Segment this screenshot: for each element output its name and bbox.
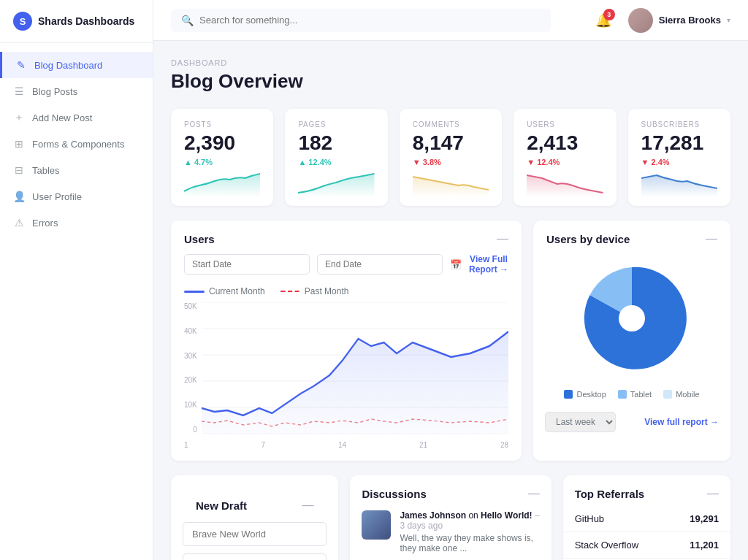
legend-dashed-line <box>280 291 300 293</box>
sidebar-item-tables[interactable]: ⊟ Tables <box>0 157 153 183</box>
notifications-button[interactable]: 🔔 3 <box>590 7 617 34</box>
referrals-menu[interactable]: — <box>707 487 719 500</box>
sidebar-logo: S Shards Dashboards <box>0 0 153 43</box>
legend-current-label: Current Month <box>209 286 265 296</box>
topbar: 🔍 🔔 3 Sierra Brooks ▾ <box>153 0 748 41</box>
sidebar-item-user-profile[interactable]: 👤 User Profile <box>0 183 153 210</box>
stat-card-pages: PAGES 182 ▲ 12.4% <box>285 109 387 206</box>
device-legend: Desktop Tablet Mobile <box>533 384 730 404</box>
sidebar-item-label: Blog Posts <box>32 86 77 97</box>
stat-value: 182 <box>298 131 374 155</box>
legend-current-month: Current Month <box>184 286 265 296</box>
stats-row: POSTS 2,390 ▲ 4.7% PAGES 182 ▲ 12.4% <box>171 109 730 206</box>
discussion-time-0: – <box>535 510 540 521</box>
y-label-50k: 50K <box>184 302 197 310</box>
start-date-input[interactable] <box>184 254 310 275</box>
discussions-title: Discussions <box>362 488 426 500</box>
time-period-select[interactable]: Last week <box>545 412 616 432</box>
svg-point-6 <box>619 305 645 331</box>
notification-badge: 3 <box>603 9 615 20</box>
referral-item-1: Stack Overflow 11,201 <box>563 532 730 559</box>
sidebar-item-blog-dashboard[interactable]: ✎ Blog Dashboard <box>0 52 153 78</box>
topbar-right: 🔔 3 Sierra Brooks ▾ <box>590 7 730 34</box>
chart-controls: 📅 View Full Report → <box>171 245 522 283</box>
sidebar-nav: ✎ Blog Dashboard ☰ Blog Posts ＋ Add New … <box>0 43 153 560</box>
view-full-report-link[interactable]: View full report → <box>644 417 719 427</box>
mobile-dot <box>663 390 672 399</box>
stat-label: PAGES <box>298 120 374 129</box>
list-icon: ☰ <box>13 85 25 97</box>
main-area: 🔍 🔔 3 Sierra Brooks ▾ DASHBOARD Blog Ove… <box>153 0 748 560</box>
referral-count-0: 19,291 <box>690 513 719 524</box>
discussion-post-0: Hello World! <box>481 510 532 521</box>
users-chart-menu[interactable]: — <box>497 232 508 245</box>
draft-title-input[interactable] <box>183 522 327 546</box>
device-footer: Last week View full report → <box>533 404 730 432</box>
device-chart-title: Users by device <box>546 233 630 245</box>
referral-count-1: 11,201 <box>690 540 719 551</box>
stat-label: USERS <box>527 120 603 129</box>
stat-value: 8,147 <box>413 131 489 155</box>
legend-past-month: Past Month <box>280 286 349 296</box>
view-report-button[interactable]: View Full Report → <box>469 254 508 275</box>
stat-card-posts: POSTS 2,390 ▲ 4.7% <box>171 109 273 206</box>
discussion-text-0: Well, the way they make shows is, they m… <box>400 533 539 553</box>
legend-past-label: Past Month <box>305 286 349 296</box>
y-label-0: 0 <box>184 426 197 434</box>
stat-value: 17,281 <box>641 131 717 155</box>
discussions-header: Discussions — <box>350 475 551 500</box>
stat-sparkline-subscribers <box>641 171 717 197</box>
stat-change: ▲ 12.4% <box>298 158 374 166</box>
desktop-dot <box>564 390 573 399</box>
search-input[interactable] <box>199 15 541 26</box>
draft-body-input[interactable] <box>183 553 327 560</box>
end-date-input[interactable] <box>317 254 443 275</box>
grid-icon: ⊞ <box>13 138 25 150</box>
sidebar-item-forms-components[interactable]: ⊞ Forms & Components <box>0 131 153 157</box>
search-box[interactable]: 🔍 <box>171 9 551 32</box>
device-chart-menu[interactable]: — <box>706 232 717 245</box>
referrals-title: Top Referrals <box>575 488 645 500</box>
sidebar-item-blog-posts[interactable]: ☰ Blog Posts <box>0 78 153 104</box>
stat-label: SUBSCRIBERS <box>641 120 717 129</box>
draft-card-header: New Draft — <box>183 487 327 512</box>
user-name: Sierra Brooks <box>659 15 721 26</box>
referral-name-1: Stack Overflow <box>575 540 638 551</box>
content-area: DASHBOARD Blog Overview POSTS 2,390 ▲ 4.… <box>153 41 748 560</box>
tablet-dot <box>618 390 627 399</box>
desktop-label: Desktop <box>576 390 606 399</box>
new-draft-card: New Draft — <box>171 475 338 560</box>
discussions-card: Discussions — James Johnson on Hello Wor… <box>350 475 551 560</box>
pie-chart-area <box>533 245 730 384</box>
stat-label: POSTS <box>184 120 260 129</box>
stat-card-comments: COMMENTS 8,147 ▼ 3.8% <box>400 109 502 206</box>
sidebar-item-label: Blog Dashboard <box>34 60 102 71</box>
stat-label: COMMENTS <box>413 120 489 129</box>
sidebar-item-add-new-post[interactable]: ＋ Add New Post <box>0 104 153 131</box>
user-icon: 👤 <box>13 191 25 202</box>
sidebar: S Shards Dashboards ✎ Blog Dashboard ☰ B… <box>0 0 153 560</box>
legend-desktop: Desktop <box>564 390 606 399</box>
y-label-30k: 30K <box>184 352 197 360</box>
y-label-20k: 20K <box>184 376 197 384</box>
user-menu[interactable]: Sierra Brooks ▾ <box>628 8 730 33</box>
stat-card-users: USERS 2,413 ▼ 12.4% <box>514 109 616 206</box>
logo-text: Shards Dashboards <box>38 15 134 27</box>
referral-name-0: GitHub <box>575 513 604 524</box>
draft-card-menu[interactable]: — <box>302 499 313 512</box>
page-title: Blog Overview <box>171 70 730 93</box>
stat-value: 2,390 <box>184 131 260 155</box>
sidebar-item-errors[interactable]: ⚠ Errors <box>0 210 153 236</box>
logo-icon: S <box>13 12 32 31</box>
device-chart-card: Users by device — <box>533 220 730 461</box>
discussions-menu[interactable]: — <box>528 487 540 500</box>
legend-tablet: Tablet <box>618 390 652 399</box>
charts-row: Users — 📅 View Full Report → Current Mon… <box>171 220 730 461</box>
discussion-avatar-0 <box>362 510 391 540</box>
calendar-icon[interactable]: 📅 <box>450 259 462 270</box>
x-label-28: 28 <box>500 441 508 449</box>
pie-chart-svg <box>573 260 690 377</box>
sidebar-item-label: Tables <box>32 165 60 176</box>
legend-mobile: Mobile <box>663 390 699 399</box>
bottom-row: New Draft — Discussions — <box>171 475 730 560</box>
